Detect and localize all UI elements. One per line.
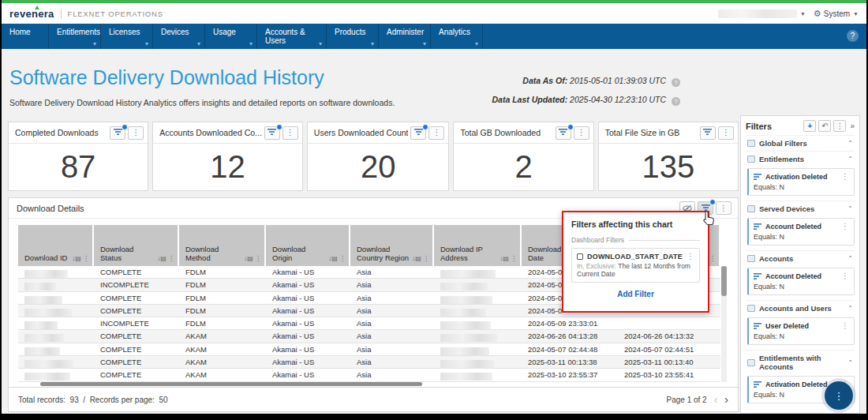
next-page-icon[interactable]: › [724, 394, 728, 405]
column-header[interactable]: Download Origin ↓▤ ⋮ [266, 225, 350, 266]
filter-condition: Equals: N [754, 233, 849, 241]
vertical-scrollbar[interactable] [721, 266, 727, 382]
add-filter-link[interactable]: Add Filter [571, 290, 700, 298]
column-menu-icon[interactable]: ⋮ [255, 255, 261, 262]
add-filter-button[interactable]: + [803, 120, 816, 132]
popup-title: Filters affecting this chart [571, 219, 700, 229]
kpi-menu-button[interactable]: ⋮ [574, 126, 589, 140]
help-icon[interactable]: ? [847, 30, 859, 42]
nav-item[interactable]: Administer ▾ [379, 24, 431, 49]
chevron-up-icon[interactable]: ⌃ [847, 255, 853, 262]
filter-card[interactable]: User Deleted ⋮ Equals: N [747, 317, 855, 345]
table-row[interactable]: COMPLETE AKAM Akamai - US Asia 2024-06-2… [18, 330, 720, 343]
scrollbar-thumb[interactable] [721, 266, 727, 296]
table-row[interactable]: COMPLETE AKAM Akamai - US Asia 2025-03-1… [18, 369, 720, 381]
system-menu[interactable]: System [824, 9, 850, 18]
sort-icon[interactable]: ↓▤ [72, 255, 81, 262]
kebab-icon[interactable]: ⋮ [841, 173, 849, 181]
prev-page-icon[interactable]: ‹ [714, 394, 718, 405]
sort-icon[interactable]: ↓▤ [499, 255, 509, 262]
column-header[interactable]: Download Country Region ↓▤ ⋮ [350, 225, 434, 266]
filter-section-header[interactable]: Entitlements ⌃ [746, 151, 855, 167]
column-menu-icon[interactable]: ⋮ [709, 255, 716, 262]
column-label: Download Country Region [357, 245, 410, 262]
kpi-menu-button[interactable]: ⋮ [718, 126, 734, 140]
sort-icon[interactable]: ↓▤ [328, 255, 338, 262]
info-icon[interactable]: ? [672, 78, 680, 87]
column-menu-icon[interactable]: ⋮ [423, 255, 429, 262]
checkbox[interactable] [577, 253, 583, 260]
account-caret-icon[interactable]: ▼ [800, 11, 806, 17]
column-header[interactable]: Download Status ↓▤ ⋮ [94, 225, 179, 266]
collapse-panel-icon[interactable]: » [850, 122, 855, 130]
column-header[interactable]: Download ID ↓▤ ⋮ [18, 225, 94, 266]
kpi-menu-button[interactable]: ⋮ [428, 126, 444, 140]
column-menu-icon[interactable]: ⋮ [339, 255, 346, 262]
chevron-up-icon[interactable]: ⌃ [847, 205, 853, 212]
kpi-menu-button[interactable]: ⋮ [128, 126, 144, 140]
filter-section-header[interactable]: Entitlements with Accounts ⌃ [746, 350, 855, 374]
floating-actions-button[interactable]: ⋮ [825, 381, 853, 410]
nav-item[interactable]: Analytics ▾ [431, 24, 483, 49]
nav-item[interactable]: Devices ▾ [153, 24, 205, 49]
system-caret-icon[interactable]: ▼ [853, 11, 859, 17]
chart-filter-button[interactable] [110, 126, 125, 140]
chart-filter-button[interactable] [700, 126, 716, 140]
filter-condition: Equals: N [754, 283, 849, 291]
nav-item[interactable]: Usage ▾ [205, 24, 257, 49]
chevron-up-icon[interactable]: ⌃ [847, 359, 853, 366]
column-header[interactable]: Download Method ↓▤ ⋮ [179, 225, 266, 266]
info-icon[interactable]: ? [672, 97, 680, 106]
data-as-of-value: 2015-05-01 01:39:03 UTC [570, 76, 666, 85]
filter-section-header[interactable]: Served Devices ⌃ [746, 201, 855, 216]
filter-lines-icon [754, 223, 761, 231]
kebab-icon[interactable]: ⋮ [841, 322, 849, 330]
redacted-value [24, 270, 68, 278]
chevron-up-icon[interactable]: ⌃ [847, 140, 853, 147]
table-row[interactable]: COMPLETE AKAM Akamai - US Asia 2024-05-0… [18, 343, 720, 356]
chevron-up-icon[interactable]: ⌃ [847, 156, 853, 163]
table-row[interactable]: INCOMPLETE FDLM Akamai - US Asia 2024-05… [18, 317, 720, 330]
chevron-down-icon: ▾ [423, 39, 426, 48]
chevron-up-icon[interactable]: ⌃ [847, 305, 853, 312]
nav-item[interactable]: Home ▾ [2, 24, 49, 49]
page-subtitle: Software Delivery Download History Analy… [9, 98, 395, 107]
kpi-title: Total GB Downloaded [460, 128, 552, 137]
kebab-icon[interactable]: ⋮ [841, 272, 849, 280]
filter-section-header[interactable]: Global Filters ⌃ [746, 135, 855, 151]
sort-icon[interactable]: ↓▤ [412, 255, 421, 262]
panel-menu-button[interactable]: ⋮ [716, 201, 731, 215]
chart-filter-button[interactable] [264, 126, 280, 140]
per-page-value[interactable]: 50 [159, 396, 167, 404]
filter-card[interactable]: Activation Deleted ⋮ Equals: N [747, 168, 855, 196]
sort-icon[interactable]: ↓▤ [244, 255, 253, 262]
column-header[interactable]: Download IP Address ↓▤ ⋮ [434, 225, 522, 266]
nav-item[interactable]: Entitlements ▾ [49, 24, 101, 49]
filter-section-header[interactable]: Accounts and Users ⌃ [746, 300, 855, 316]
nav-item[interactable]: Accounts & Users ▾ [257, 24, 327, 49]
table-row[interactable]: COMPLETE AKAM Akamai - US Asia 2025-03-1… [18, 356, 720, 369]
kebab-icon[interactable]: ⋮ [687, 253, 694, 261]
kebab-icon[interactable]: ⋮ [841, 223, 849, 231]
filters-menu-button[interactable]: ⋮ [833, 120, 846, 132]
chart-filter-button[interactable] [556, 126, 571, 140]
column-menu-icon[interactable]: ⋮ [168, 255, 174, 262]
column-menu-icon[interactable]: ⋮ [83, 255, 89, 262]
account-name-redacted[interactable] [718, 9, 797, 18]
filter-card[interactable]: Account Deleted ⋮ Equals: N [747, 268, 855, 295]
reset-filters-button[interactable]: ↶ [818, 120, 831, 132]
chart-filter-button[interactable] [410, 126, 426, 140]
horizontal-scrollbar[interactable] [40, 382, 422, 386]
filter-section-header[interactable]: Accounts ⌃ [746, 250, 855, 266]
cell-download-method: AKAM [179, 356, 266, 368]
filter-card[interactable]: Account Deleted ⋮ Equals: N [747, 218, 855, 246]
gear-icon[interactable]: ⚙ [814, 9, 821, 19]
cell-download-ip [434, 356, 522, 368]
cell-download-ip [434, 369, 522, 381]
column-menu-icon[interactable]: ⋮ [511, 255, 517, 262]
nav-item[interactable]: Licenses ▾ [101, 24, 153, 49]
sort-icon[interactable]: ↓▤ [157, 255, 166, 262]
revenera-logo: revenera [9, 8, 54, 20]
nav-item[interactable]: Products ▾ [327, 24, 379, 49]
kpi-menu-button[interactable]: ⋮ [282, 126, 298, 140]
